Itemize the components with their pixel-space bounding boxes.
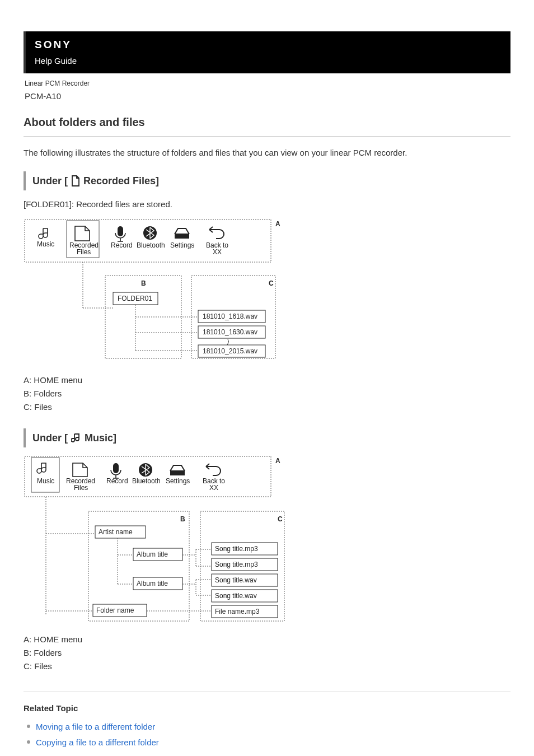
related-topic-list: Moving a file to a different folder Copy…: [24, 721, 510, 749]
document-icon: [71, 175, 80, 186]
menu-item-record: Record: [111, 226, 133, 249]
svg-text:Settings: Settings: [170, 241, 194, 249]
svg-text:Album title: Album title: [137, 550, 168, 558]
legend-a: A: HOME menu: [24, 633, 510, 646]
svg-text:Bluetooth: Bluetooth: [137, 241, 165, 249]
divider: [24, 692, 510, 692]
divider: [24, 136, 510, 137]
help-guide-label: Help Guide: [35, 55, 502, 67]
device-caption: Linear PCM Recorder: [25, 79, 509, 88]
svg-text:Song title.wav: Song title.wav: [215, 592, 257, 600]
menu-item-record: Record: [106, 463, 128, 485]
label-a: A: [275, 457, 280, 465]
menu-item-music: Music: [31, 458, 59, 492]
svg-text:Files: Files: [74, 484, 88, 492]
svg-text:Record: Record: [111, 241, 133, 249]
svg-rect-5: [118, 226, 123, 236]
section-suffix: Recorded Files]: [83, 174, 159, 188]
svg-text:Song title.wav: Song title.wav: [215, 576, 257, 584]
menu-item-back: Back to XX: [206, 227, 228, 256]
svg-rect-0: [25, 220, 271, 262]
legend-b: B: Folders: [24, 388, 510, 400]
label-c: C: [269, 279, 274, 287]
list-item: Moving a file to a different folder: [26, 721, 510, 733]
section-prefix: Under [: [32, 431, 68, 445]
svg-text:Files: Files: [77, 248, 91, 256]
legend-a: A: HOME menu: [24, 374, 510, 386]
brand-logo: SONY: [35, 37, 502, 53]
label-b: B: [180, 515, 185, 523]
svg-text:XX: XX: [209, 484, 218, 492]
header-bar: SONY Help Guide: [24, 31, 510, 73]
svg-text:181010_1618.wav: 181010_1618.wav: [203, 312, 257, 320]
svg-text:File name.mp3: File name.mp3: [215, 608, 260, 615]
svg-text:Settings: Settings: [166, 477, 190, 485]
legend-b: B: Folders: [24, 647, 510, 659]
label-c: C: [278, 515, 283, 523]
svg-rect-37: [170, 471, 185, 475]
folder-description: [FOLDER01]: Recorded files are stored.: [24, 198, 510, 211]
section-prefix: Under [: [32, 174, 68, 188]
svg-text:Song title.mp3: Song title.mp3: [215, 545, 258, 553]
svg-text:XX: XX: [213, 248, 222, 256]
related-link-move[interactable]: Moving a file to a different folder: [36, 722, 155, 731]
label-a: A: [275, 220, 280, 228]
section-header-music: Under [ Music]: [24, 428, 510, 447]
menu-item-recorded-files: Recorded Files: [67, 221, 99, 258]
page-title: About folders and files: [24, 114, 510, 130]
menu-item-bluetooth: Bluetooth: [132, 463, 161, 485]
svg-rect-33: [113, 463, 119, 473]
list-item: Copying a file to a different folder: [26, 736, 510, 749]
svg-text:181010_2015.wav: 181010_2015.wav: [203, 347, 257, 355]
svg-text:Album title: Album title: [137, 580, 168, 587]
menu-item-settings: Settings: [166, 465, 190, 485]
section-header-recorded-files: Under [ Recorded Files]: [24, 171, 510, 190]
related-link-copy[interactable]: Copying a file to a different folder: [36, 738, 159, 747]
svg-text:Bluetooth: Bluetooth: [132, 477, 161, 485]
legend-music: A: HOME menu B: Folders C: Files: [24, 633, 510, 672]
section-suffix: Music]: [85, 431, 116, 445]
music-note-icon: [71, 432, 81, 444]
intro-text: The following illustrates the structure …: [24, 147, 510, 159]
device-model: PCM-A10: [25, 90, 509, 102]
legend-c: C: Files: [24, 660, 510, 673]
svg-text:Music: Music: [37, 477, 54, 485]
related-topic-heading: Related Topic: [24, 702, 510, 715]
menu-item-back: Back to XX: [203, 464, 225, 492]
diagram-music: A Music Recorded Files Record Bluetooth: [24, 455, 510, 623]
svg-text:Folder name: Folder name: [96, 606, 134, 614]
svg-text:Song title.mp3: Song title.mp3: [215, 561, 258, 568]
svg-rect-28: [25, 456, 271, 497]
diagram-recorded-files: A Music Recorded Files Record Bluetooth: [24, 218, 510, 364]
menu-item-settings: Settings: [170, 228, 194, 249]
legend-recorded-files: A: HOME menu B: Folders C: Files: [24, 374, 510, 413]
svg-text:Music: Music: [37, 240, 54, 248]
label-b: B: [141, 279, 146, 287]
svg-text:Artist name: Artist name: [99, 528, 133, 536]
legend-c: C: Files: [24, 401, 510, 413]
svg-text:181010_1630.wav: 181010_1630.wav: [203, 328, 257, 336]
svg-text:Record: Record: [106, 477, 128, 485]
menu-item-bluetooth: Bluetooth: [137, 226, 165, 249]
menu-item-music: Music: [37, 228, 54, 248]
menu-item-recorded-files: Recorded Files: [66, 463, 95, 492]
folder01: FOLDER01: [118, 295, 152, 302]
svg-rect-9: [175, 234, 189, 239]
